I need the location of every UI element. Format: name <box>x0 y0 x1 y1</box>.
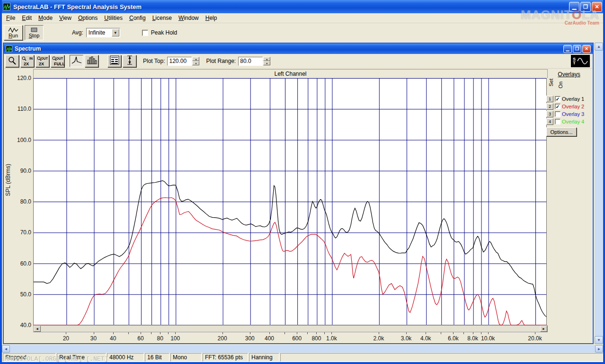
vertical-scale-button[interactable] <box>123 55 136 67</box>
avg-select[interactable]: Infinite ▼ <box>86 28 120 37</box>
menu-item-options[interactable]: Options <box>75 14 101 22</box>
x-tick <box>307 332 308 334</box>
spectrum-minimize-button[interactable]: ▁ <box>563 45 572 53</box>
zoom-out-2x-icon: OUT <box>41 57 48 60</box>
spectralab-st-logo: ST <box>571 55 590 67</box>
overlay-checkbox-1[interactable]: ✓ <box>555 96 561 102</box>
zoom-in-2x-button[interactable]: IN2X <box>20 55 34 67</box>
series-overlay-1 <box>34 181 547 317</box>
spectrum-close-button[interactable]: ✕ <box>582 45 591 53</box>
plot-top-spinner[interactable]: ▲▼ <box>192 57 199 65</box>
overlay-label-4: Overlay 4 <box>562 119 584 124</box>
title-bar: SpectraLAB - FFT Spectral Analysis Syste… <box>0 0 605 13</box>
status-field: Hanning <box>249 353 279 362</box>
menu-item-config[interactable]: Config <box>126 14 149 22</box>
set-column-label: Set <box>548 79 554 87</box>
menu-item-edit[interactable]: Edit <box>18 14 35 22</box>
y-tick-label: 120.0 <box>17 75 31 81</box>
zoom-out-2x-button[interactable]: OUT2X <box>36 55 49 67</box>
overlay-checkbox-3[interactable] <box>555 111 561 117</box>
menu-item-view[interactable]: View <box>56 14 75 22</box>
plot-range-input[interactable] <box>238 57 263 66</box>
scroll-left-icon[interactable]: ◄ <box>34 326 41 332</box>
overlay-set-button-3[interactable]: 3 <box>546 111 553 117</box>
zoom-out-full-button[interactable]: OUTFULL <box>51 55 64 67</box>
menu-item-mode[interactable]: Mode <box>35 14 56 22</box>
x-tick-label: 1.0k <box>326 335 337 342</box>
menu-item-utilities[interactable]: Utilities <box>101 14 126 22</box>
scroll-left-icon[interactable]: ◄ <box>2 345 10 353</box>
menu-item-file[interactable]: File <box>3 14 18 22</box>
status-field <box>280 353 603 362</box>
chevron-down-icon[interactable]: ▼ <box>112 29 119 36</box>
spinner-down-icon[interactable]: ▼ <box>263 61 270 65</box>
menu-item-license[interactable]: License <box>149 14 175 22</box>
spinner-up-icon[interactable]: ▲ <box>263 57 270 61</box>
plot-top-input[interactable] <box>167 57 192 66</box>
minimize-button[interactable]: ▁ <box>569 2 579 12</box>
overlay-checkbox-4[interactable] <box>555 119 561 124</box>
plot-scrollbar[interactable]: ◄ ► <box>33 325 548 332</box>
scroll-right-icon[interactable]: ► <box>540 326 547 332</box>
x-tick-label: 800 <box>311 335 321 342</box>
x-tick <box>473 332 473 334</box>
menu-bar: FileEditModeViewOptionsUtilitiesConfigLi… <box>2 13 603 23</box>
scroll-down-icon[interactable]: ▼ <box>595 336 603 344</box>
bar-graph-icon <box>87 55 97 67</box>
y-tick-label: 90.0 <box>20 168 31 174</box>
status-field: 48000 Hz <box>107 353 144 362</box>
spinner-up-icon[interactable]: ▲ <box>192 57 199 61</box>
scroll-up-icon[interactable]: ▲ <box>595 43 603 51</box>
plot-canvas[interactable] <box>33 78 547 325</box>
overlay-set-button-1[interactable]: 1 <box>546 96 553 102</box>
display-options-button[interactable] <box>107 55 121 67</box>
x-tick <box>426 332 426 334</box>
x-tick-label: 10.0k <box>481 335 495 342</box>
x-tick-label: 600 <box>292 335 302 342</box>
x-tick <box>488 332 489 334</box>
y-tick-label: 50.0 <box>20 291 31 298</box>
overlay-set-button-2[interactable]: 2 <box>546 103 553 110</box>
x-tick-label: 300 <box>245 335 255 342</box>
vertical-scrollbar[interactable]: ▲ ▼ <box>595 43 603 344</box>
x-tick <box>168 332 169 334</box>
status-field: FFT: 65536 pts <box>203 353 248 362</box>
overlay-row-4: 4Overlay 4 <box>546 118 592 125</box>
overlay-row-3: 3Overlay 3 <box>546 111 592 117</box>
horizontal-scrollbar[interactable]: ◄ ► <box>2 345 603 353</box>
run-button[interactable]: Run <box>4 25 23 40</box>
display-options-icon <box>110 55 119 67</box>
y-tick-label: 40.0 <box>20 322 31 328</box>
x-tick-label: 40 <box>110 335 116 342</box>
peak-hold-checkbox[interactable] <box>142 30 148 36</box>
stop-button[interactable]: Stop <box>25 25 44 40</box>
x-tick-label: 4.0k <box>420 335 431 342</box>
spectrum-maximize-button[interactable]: ❐ <box>573 45 581 53</box>
avg-value: Infinite <box>89 29 105 36</box>
overlay-set-button-4[interactable]: 4 <box>546 118 553 125</box>
x-tick <box>113 332 114 334</box>
overlays-header: Overlays <box>546 71 592 78</box>
spinner-down-icon[interactable]: ▼ <box>192 61 199 65</box>
spectrum-curve-button[interactable] <box>70 55 83 67</box>
run-waveform-icon <box>8 27 18 33</box>
menu-item-window[interactable]: Window <box>175 14 202 22</box>
overlay-checkbox-2[interactable]: ✓ <box>555 104 561 109</box>
x-tick <box>324 332 325 334</box>
plot-range-spinner[interactable]: ▲▼ <box>263 57 270 65</box>
x-tick <box>151 332 151 334</box>
app-icon <box>3 3 10 10</box>
overlays-panel: Overlays Set On 1✓Overlay 12✓Overlay 23O… <box>546 71 592 136</box>
x-tick-label: 400 <box>265 335 274 342</box>
menu-item-help[interactable]: Help <box>202 14 221 22</box>
close-button[interactable]: ✕ <box>592 2 602 12</box>
maximize-button[interactable]: ❐ <box>580 2 591 12</box>
x-tick-label: 3.0k <box>401 335 412 342</box>
overlay-options-button[interactable]: Options... <box>546 127 577 136</box>
bar-graph-button[interactable] <box>85 55 98 67</box>
on-column-label: On <box>558 81 563 89</box>
x-tick <box>160 332 160 334</box>
y-tick-label: 70.0 <box>20 229 31 236</box>
zoom-button[interactable] <box>5 55 19 67</box>
scroll-right-icon[interactable]: ► <box>595 345 603 353</box>
